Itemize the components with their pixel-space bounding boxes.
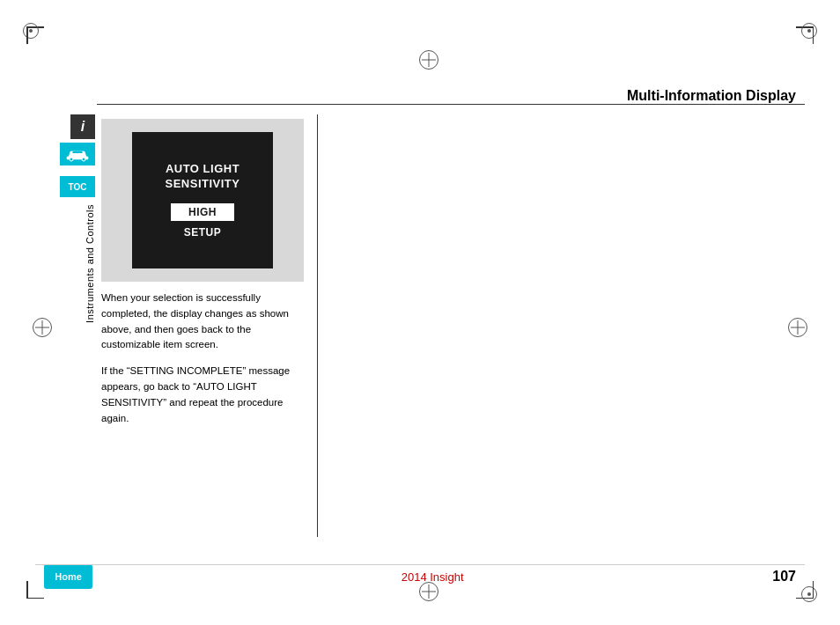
footer: Home 2014 Insight 107 (0, 555, 840, 599)
paragraph-1: When your selection is successfully comp… (101, 290, 304, 353)
paragraph-2: If the “SETTING INCOMPLETE” message appe… (101, 364, 304, 426)
corner-mark-tl (26, 26, 53, 53)
svg-point-1 (82, 158, 85, 161)
svg-point-0 (70, 158, 73, 161)
header-divider (97, 104, 805, 105)
toc-label: TOC (69, 182, 87, 192)
vertical-divider (317, 114, 318, 537)
crosshair-top-center (420, 51, 438, 69)
display-screen: AUTO LIGHT SENSITIVITY HIGH SETUP (132, 132, 273, 268)
display-highlight: HIGH (171, 203, 234, 221)
corner-mark-tr (787, 26, 814, 53)
sidebar: i TOC Instruments and Controls (0, 114, 97, 537)
display-image-box: AUTO LIGHT SENSITIVITY HIGH SETUP (101, 119, 304, 282)
toc-button[interactable]: TOC (60, 176, 95, 197)
display-title: AUTO LIGHT SENSITIVITY (166, 162, 240, 192)
car-svg (64, 146, 91, 162)
footer-divider (35, 564, 805, 565)
crosshair-circle (419, 50, 438, 70)
reg-circle-tr (801, 23, 817, 39)
page-number: 107 (772, 569, 796, 585)
footer-title: 2014 Insight (402, 570, 464, 584)
text-block: When your selection is successfully comp… (101, 290, 304, 438)
home-label: Home (55, 571, 82, 582)
reg-circle-tl (23, 23, 39, 39)
display-setup: SETUP (184, 226, 222, 239)
sidebar-section-label: Instruments and Controls (85, 204, 95, 323)
page-title: Multi-Information Display (627, 88, 796, 104)
home-button[interactable]: Home (44, 564, 92, 589)
info-icon: i (70, 114, 95, 139)
car-icon[interactable] (60, 143, 95, 165)
main-content: AUTO LIGHT SENSITIVITY HIGH SETUP When y… (101, 114, 796, 537)
